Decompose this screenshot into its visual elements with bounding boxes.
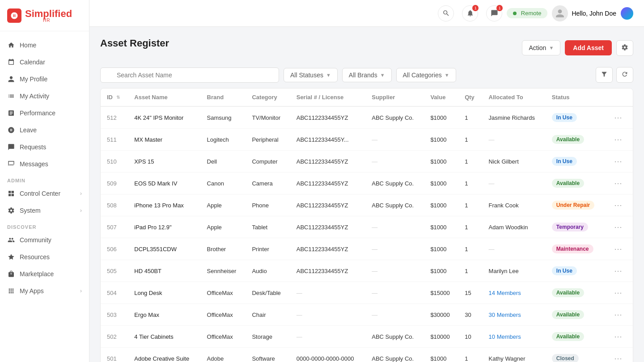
sidebar-item-system[interactable]: System ›: [0, 202, 89, 219]
sidebar-item-resources[interactable]: Resources: [0, 248, 89, 265]
sidebar-item-calendar[interactable]: Calendar: [0, 54, 89, 71]
all-brands-filter[interactable]: All Brands ▼: [342, 68, 392, 82]
sidebar-item-requests[interactable]: Requests: [0, 139, 89, 156]
allocated-members-link[interactable]: 30 Members: [489, 311, 521, 318]
action-button[interactable]: Action ▼: [522, 40, 560, 55]
cell-brand: Samsung: [201, 106, 246, 129]
categories-chevron-icon: ▼: [445, 72, 449, 78]
table-row: 509 EOS 5D Mark IV Canon Camera ABC11223…: [101, 173, 633, 194]
leave-icon: [7, 126, 15, 134]
row-more-button[interactable]: ⋯: [611, 134, 625, 145]
col-allocated: Allocated To: [483, 88, 546, 106]
allocated-members-link[interactable]: 14 Members: [489, 290, 521, 296]
sidebar-item-messages[interactable]: Messages: [0, 156, 89, 173]
search-button[interactable]: [438, 5, 454, 21]
sidebar-item-my-activity[interactable]: My Activity: [0, 88, 89, 105]
add-asset-button[interactable]: Add Asset: [565, 40, 612, 55]
row-more-button[interactable]: ⋯: [611, 353, 625, 362]
row-more-button[interactable]: ⋯: [611, 265, 625, 277]
notifications-button[interactable]: 1: [486, 5, 502, 21]
marketplace-icon: [7, 270, 15, 278]
row-more-button[interactable]: ⋯: [611, 243, 625, 255]
cell-name: 4 Tier Cabinets: [128, 326, 200, 348]
cell-value: $30000: [424, 304, 458, 326]
row-more-button[interactable]: ⋯: [611, 287, 625, 299]
status-pill: Available: [552, 332, 584, 341]
sidebar: Simplified HR Home Calendar My Profile: [0, 0, 89, 362]
cell-qty: 1: [458, 129, 482, 151]
sidebar-item-leave[interactable]: Leave: [0, 122, 89, 139]
cell-brand: Logitech: [201, 129, 246, 151]
row-more-button[interactable]: ⋯: [611, 309, 625, 320]
cell-id: 501: [101, 348, 128, 362]
cell-category: Peripheral: [246, 129, 290, 151]
cell-serial: 0000-0000-0000-0000: [290, 348, 366, 362]
serial-value: ABC1122334455YZ: [297, 268, 348, 274]
cell-qty: 1: [458, 348, 482, 362]
sidebar-item-home[interactable]: Home: [0, 37, 89, 54]
cell-more: ⋯: [605, 151, 633, 173]
allocated-members-link[interactable]: 10 Members: [489, 333, 521, 340]
cell-name: iPad Pro 12.9": [128, 216, 200, 238]
supplier-dash: —: [372, 246, 377, 253]
row-more-button[interactable]: ⋯: [611, 177, 625, 189]
row-more-button[interactable]: ⋯: [611, 221, 625, 233]
sidebar-item-my-apps[interactable]: My Apps ›: [0, 282, 89, 299]
allocated-name: Kathy Wagner: [489, 355, 525, 362]
all-categories-filter[interactable]: All Categories ▼: [396, 68, 456, 82]
col-qty: Qty: [458, 88, 482, 106]
search-input[interactable]: [100, 67, 279, 83]
serial-dash: —: [297, 290, 302, 296]
cell-qty: 1: [458, 260, 482, 282]
cell-id: 506: [101, 238, 128, 260]
cell-category: Tablet: [246, 216, 290, 238]
filter-icon-button[interactable]: [596, 67, 613, 83]
cell-name: Ergo Max: [128, 304, 200, 326]
cell-status: Available: [546, 173, 605, 194]
cell-id: 505: [101, 260, 128, 282]
activity-button[interactable]: 1: [462, 5, 478, 21]
settings-button[interactable]: [616, 40, 633, 56]
gear-icon: [7, 206, 15, 215]
cell-name: MX Master: [128, 129, 200, 151]
sidebar-item-community[interactable]: Community: [0, 232, 89, 248]
supplier-name: ABC Supply Co.: [372, 355, 414, 362]
sidebar-item-my-profile[interactable]: My Profile: [0, 71, 89, 88]
col-value: Value: [424, 88, 458, 106]
sidebar-label-system: System: [20, 207, 76, 214]
cell-brand: OfficeMax: [201, 282, 246, 304]
asset-table: ID ⇅ Asset Name Brand Category Serial # …: [100, 88, 633, 362]
all-statuses-label: All Statuses: [290, 72, 323, 79]
all-statuses-filter[interactable]: All Statuses ▼: [284, 68, 338, 82]
cell-serial: ABC1122334455YZ: [290, 216, 366, 238]
table-row: 510 XPS 15 Dell Computer ABC1122334455YZ…: [101, 151, 633, 173]
cell-status: Available: [546, 304, 605, 326]
color-circle-button[interactable]: [621, 7, 633, 20]
table-row: 501 Adobe Creative Suite Adobe Software …: [101, 348, 633, 362]
user-info[interactable]: Hello, John Doe: [552, 5, 616, 21]
status-label: Remote: [521, 10, 542, 17]
cell-allocated: Frank Cook: [483, 194, 546, 216]
refresh-icon-button[interactable]: [616, 67, 633, 83]
row-more-button[interactable]: ⋯: [611, 156, 625, 167]
status-pill: In Use: [552, 113, 577, 122]
cell-id: 507: [101, 216, 128, 238]
allocated-dash: —: [489, 136, 495, 143]
col-id[interactable]: ID ⇅: [101, 88, 128, 106]
cell-category: Computer: [246, 151, 290, 173]
row-more-button[interactable]: ⋯: [611, 331, 625, 342]
sidebar-item-marketplace[interactable]: Marketplace: [0, 265, 89, 282]
sidebar-item-performance[interactable]: Performance: [0, 105, 89, 122]
sidebar-label-community: Community: [20, 236, 51, 244]
col-asset-name: Asset Name: [128, 88, 200, 106]
status-pill: In Use: [552, 266, 577, 275]
cell-qty: 1: [458, 173, 482, 194]
cell-status: Maintenance: [546, 238, 605, 260]
table-row: 504 Long Desk OfficeMax Desk/Table — — $…: [101, 282, 633, 304]
sidebar-item-control-center[interactable]: Control Center ›: [0, 185, 89, 202]
supplier-dash: —: [372, 311, 377, 318]
row-more-button[interactable]: ⋯: [611, 199, 625, 211]
allocated-name: Frank Cook: [489, 202, 519, 209]
table-toolbar: 🔍 All Statuses ▼ All Brands ▼ All Catego…: [100, 67, 633, 83]
row-more-button[interactable]: ⋯: [611, 112, 625, 123]
